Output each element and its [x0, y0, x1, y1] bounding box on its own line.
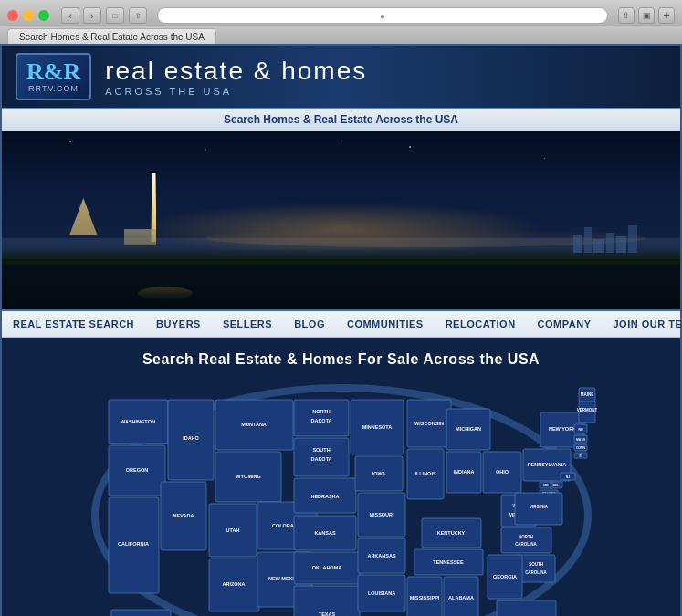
- state-south-dakota[interactable]: [294, 438, 349, 476]
- buildings: [573, 221, 646, 253]
- state-virginia[interactable]: [515, 493, 562, 525]
- state-washington[interactable]: [109, 400, 168, 444]
- share-action-button[interactable]: ⇧: [618, 7, 635, 24]
- nav-buyers[interactable]: BUYERS: [145, 311, 212, 337]
- search-bar[interactable]: Search Homes & Real Estate Across the US…: [2, 108, 680, 131]
- state-kentucky[interactable]: [422, 518, 481, 548]
- logo-box[interactable]: R&R RRTV.COM: [16, 53, 91, 100]
- nav-label-relocation: RELOCATION: [446, 318, 516, 329]
- state-vermont[interactable]: [579, 400, 595, 423]
- site-header: R&R RRTV.COM real estate & homes across …: [2, 46, 680, 108]
- map-container: .state { fill: #1a3a7a; stroke: #4a7ab5;…: [16, 379, 666, 616]
- back-button[interactable]: ‹: [61, 7, 79, 24]
- star: [341, 141, 342, 141]
- tab-label: Search Homes & Real Estate Across the US…: [19, 32, 205, 42]
- state-idaho[interactable]: [168, 400, 214, 480]
- state-north-carolina[interactable]: [501, 527, 551, 553]
- usa-map-svg: .state { fill: #1a3a7a; stroke: #4a7ab5;…: [86, 383, 597, 616]
- nav-communities[interactable]: COMMUNITIES: [336, 311, 435, 337]
- state-alabama[interactable]: [444, 577, 478, 616]
- state-wisconsin[interactable]: [407, 400, 451, 447]
- nav-relocation[interactable]: RELOCATION: [435, 311, 527, 337]
- forward-button[interactable]: ›: [83, 7, 101, 24]
- star: [409, 146, 411, 148]
- state-oregon[interactable]: [109, 445, 165, 496]
- state-tennessee[interactable]: [414, 549, 483, 575]
- main-content: Search Real Estate & Homes For Sale Acro…: [2, 338, 680, 616]
- state-missouri[interactable]: [358, 493, 405, 537]
- tab-bar: Search Homes & Real Estate Across the US…: [0, 26, 682, 44]
- state-utah[interactable]: [209, 504, 257, 557]
- state-michigan[interactable]: [446, 409, 490, 450]
- state-texas[interactable]: [294, 586, 360, 616]
- state-kansas[interactable]: [294, 516, 356, 550]
- search-bar-text: Search Homes & Real Estate Across the US…: [224, 113, 458, 126]
- state-rhode-island[interactable]: [574, 453, 587, 458]
- state-oklahoma[interactable]: [294, 552, 360, 584]
- star: [205, 150, 206, 151]
- state-nebraska[interactable]: [294, 478, 356, 513]
- browser-actions: ⇧ ▣ +: [618, 7, 675, 24]
- site-title-main: real estate & homes: [105, 57, 666, 86]
- state-montana[interactable]: [215, 400, 293, 450]
- state-wyoming[interactable]: [215, 452, 281, 502]
- website: R&R RRTV.COM real estate & homes across …: [0, 44, 682, 616]
- state-alaska[interactable]: [111, 610, 171, 616]
- state-new-hampshire[interactable]: [574, 424, 587, 433]
- state-florida[interactable]: [497, 600, 556, 616]
- nav-label-real-estate-search: REAL ESTATE SEARCH: [13, 318, 134, 329]
- usa-map[interactable]: .state { fill: #1a3a7a; stroke: #4a7ab5;…: [86, 383, 597, 616]
- state-mississippi[interactable]: [407, 577, 442, 616]
- state-maine[interactable]: [579, 388, 595, 402]
- maximize-button[interactable]: [38, 10, 49, 21]
- window-button[interactable]: □: [106, 7, 124, 24]
- state-nevada[interactable]: [161, 482, 206, 550]
- state-massachusetts[interactable]: [574, 435, 587, 443]
- browser-chrome: ‹ › □ ⇧ ● ⇧ ▣ +: [0, 0, 682, 26]
- state-ohio[interactable]: [483, 452, 521, 493]
- active-tab[interactable]: Search Homes & Real Estate Across the US…: [7, 28, 216, 44]
- address-bar[interactable]: ●: [157, 7, 608, 24]
- nav-bar: REAL ESTATE SEARCH BUYERS SELLERS BLOG C…: [2, 309, 680, 338]
- state-california[interactable]: [109, 497, 159, 593]
- state-minnesota[interactable]: [351, 400, 404, 454]
- water: [2, 259, 680, 309]
- state-illinois[interactable]: [407, 449, 444, 499]
- nav-real-estate-search[interactable]: REAL ESTATE SEARCH: [2, 311, 145, 337]
- state-new-jersey[interactable]: [561, 473, 575, 480]
- minimize-button[interactable]: [23, 10, 34, 21]
- state-louisiana[interactable]: [358, 575, 405, 611]
- logo-rrtv: RRTV.COM: [26, 84, 80, 93]
- browser-nav: ‹ ›: [61, 7, 101, 24]
- state-iowa[interactable]: [355, 456, 403, 491]
- nav-label-blog: BLOG: [294, 318, 325, 329]
- state-indiana[interactable]: [446, 452, 481, 493]
- state-arizona[interactable]: [209, 559, 259, 611]
- state-georgia[interactable]: [488, 555, 522, 599]
- new-tab-button[interactable]: +: [658, 7, 675, 24]
- nav-label-communities: COMMUNITIES: [347, 318, 424, 329]
- nav-label-join-our-team: JOIN OUR TEAM: [614, 318, 683, 329]
- state-arkansas[interactable]: [358, 538, 405, 573]
- close-button[interactable]: [7, 10, 18, 21]
- state-maryland[interactable]: [540, 482, 552, 488]
- nav-label-sellers: SELLERS: [223, 318, 272, 329]
- nav-join-our-team[interactable]: JOIN OUR TEAM: [603, 311, 683, 337]
- nav-sellers[interactable]: SELLERS: [212, 311, 283, 337]
- nav-label-buyers: BUYERS: [156, 318, 201, 329]
- tabs-button[interactable]: ▣: [638, 7, 655, 24]
- share-button[interactable]: ⇧: [129, 7, 147, 24]
- site-title: real estate & homes across the USA: [105, 57, 666, 97]
- site-title-sub: across the USA: [105, 86, 666, 97]
- nav-blog[interactable]: BLOG: [283, 311, 336, 337]
- nav-label-company: COMPANY: [538, 318, 592, 329]
- state-connecticut[interactable]: [574, 444, 587, 451]
- main-heading: Search Real Estate & Homes For Sale Acro…: [16, 351, 666, 368]
- logo-rr: R&R: [26, 60, 80, 84]
- nav-company[interactable]: COMPANY: [527, 311, 603, 337]
- state-north-dakota[interactable]: [294, 400, 349, 436]
- hero-image: [2, 131, 680, 309]
